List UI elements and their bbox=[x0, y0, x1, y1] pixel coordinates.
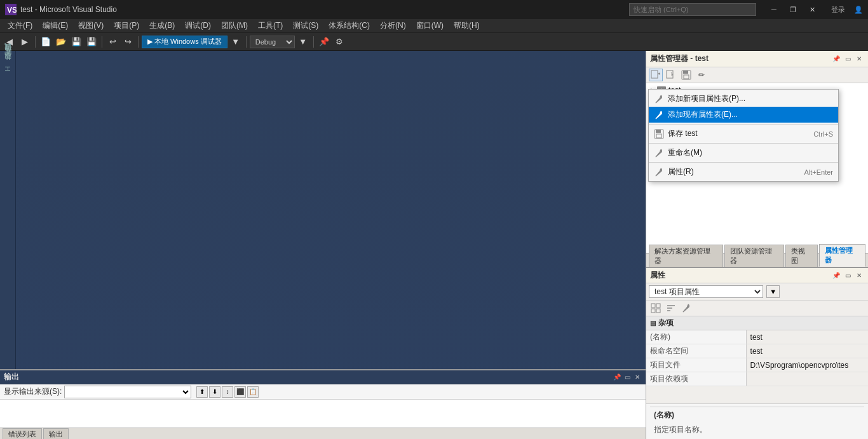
svg-rect-14 bbox=[651, 304, 655, 307]
output-float[interactable]: ▭ bbox=[623, 373, 632, 382]
login-label[interactable]: 登录 bbox=[831, 5, 845, 15]
output-btn-3[interactable]: ↕ bbox=[222, 386, 233, 398]
debug-select-arrow[interactable]: ▼ bbox=[296, 35, 310, 49]
toolbar-redo[interactable]: ↪ bbox=[121, 35, 135, 49]
sidebar-label-1[interactable]: 调试位置 bbox=[2, 53, 14, 58]
output-btn-4[interactable]: ⬛ bbox=[234, 386, 246, 398]
restore-button[interactable]: ❐ bbox=[784, 3, 802, 16]
tab-property-manager[interactable]: 属性管理器 bbox=[819, 244, 865, 267]
props-pin-button[interactable]: 📌 bbox=[831, 271, 841, 281]
props-wrench-button[interactable] bbox=[679, 302, 693, 314]
output-btn-1[interactable]: ⬆ bbox=[196, 386, 208, 398]
tab-output[interactable]: 输出 bbox=[43, 428, 69, 440]
props-sort-button[interactable] bbox=[664, 302, 678, 314]
pm-rename-button[interactable]: ✏ bbox=[695, 69, 709, 81]
pm-pin-button[interactable]: 📌 bbox=[831, 54, 841, 64]
props-key-deps: 项目依赖项 bbox=[646, 372, 746, 386]
props-combo-select[interactable]: test 项目属性 bbox=[649, 285, 763, 298]
props-selected-desc: 指定项目名称。 bbox=[650, 423, 864, 436]
menu-build[interactable]: 生成(B) bbox=[144, 19, 180, 33]
toolbar-undo[interactable]: ↩ bbox=[105, 35, 119, 49]
quick-launch-input[interactable] bbox=[629, 3, 756, 16]
output-header: 输出 📌 ▭ ✕ bbox=[0, 370, 646, 384]
toolbar-new[interactable]: 📄 bbox=[39, 35, 53, 49]
debug-target-dropdown[interactable]: ▼ bbox=[229, 35, 243, 49]
tab-error-list[interactable]: 错误列表 bbox=[3, 428, 42, 440]
props-row-deps: 项目依赖项 bbox=[646, 372, 868, 386]
menu-file[interactable]: 文件(F) bbox=[3, 19, 37, 33]
run-icon: ▶ bbox=[147, 37, 153, 46]
props-maximize-button[interactable]: ▭ bbox=[843, 271, 853, 281]
menu-edit[interactable]: 编辑(E) bbox=[37, 19, 73, 33]
props-combo-dropdown[interactable]: ▼ bbox=[766, 285, 780, 298]
props-category-expand[interactable]: ▤ bbox=[650, 320, 656, 327]
sidebar-label-3[interactable]: H加载 bbox=[2, 64, 14, 74]
props-combo-row: test 项目属性 ▼ bbox=[646, 283, 868, 301]
props-row-name: (名称) test bbox=[646, 330, 868, 344]
output-btn-2[interactable]: ⬇ bbox=[209, 386, 220, 398]
ctx-shortcut-save: Ctrl+S bbox=[813, 130, 833, 138]
toolbar-forward[interactable]: ▶ bbox=[18, 35, 32, 49]
tab-solution-explorer[interactable]: 解决方案资源管理器 bbox=[649, 245, 723, 267]
sidebar-label-2[interactable]: 断点 bbox=[2, 58, 14, 64]
ctx-save[interactable]: 保存 test Ctrl+S bbox=[649, 126, 838, 142]
toolbar-sep-5 bbox=[313, 36, 314, 48]
menu-team[interactable]: 团队(M) bbox=[216, 19, 253, 33]
toolbar-sep-4 bbox=[246, 36, 247, 48]
toolbar-save[interactable]: 💾 bbox=[69, 35, 83, 49]
output-close[interactable]: ✕ bbox=[633, 373, 642, 382]
output-toolbar-buttons: ⬆ ⬇ ↕ ⬛ 📋 bbox=[196, 386, 259, 398]
pm-maximize-button[interactable]: ▭ bbox=[843, 54, 853, 64]
props-grid-view[interactable] bbox=[649, 302, 663, 314]
pm-add-new-sheet-button[interactable] bbox=[649, 69, 663, 81]
svg-rect-5 bbox=[667, 71, 673, 78]
menu-debug[interactable]: 调试(D) bbox=[180, 19, 216, 33]
debug-mode-select[interactable]: Debug Release bbox=[250, 36, 295, 48]
menu-help[interactable]: 帮助(H) bbox=[449, 19, 485, 33]
menu-window[interactable]: 窗口(W) bbox=[411, 19, 449, 33]
close-button[interactable]: ✕ bbox=[803, 3, 821, 16]
tab-class-view[interactable]: 类视图 bbox=[785, 245, 818, 267]
pm-toolbar: ✏ bbox=[646, 67, 868, 83]
ctx-add-new-sheet[interactable]: 添加新项目属性表(P)... bbox=[649, 91, 838, 107]
props-key-file: 项目文件 bbox=[646, 358, 746, 372]
menu-arch[interactable]: 体系结构(C) bbox=[323, 19, 375, 33]
vs-logo: VS bbox=[5, 4, 17, 15]
output-btn-5[interactable]: 📋 bbox=[247, 386, 259, 398]
pm-header-controls: 📌 ▭ ✕ bbox=[831, 54, 864, 64]
svg-rect-22 bbox=[656, 130, 661, 133]
ctx-properties[interactable]: 属性(R) Alt+Enter bbox=[649, 164, 838, 180]
pm-save-button[interactable] bbox=[679, 69, 693, 81]
props-close-button[interactable]: ✕ bbox=[854, 271, 864, 281]
props-value-name: test bbox=[746, 330, 868, 344]
props-value-deps bbox=[746, 372, 868, 386]
props-key-name: (名称) bbox=[646, 330, 746, 344]
ctx-label-rename: 重命名(M) bbox=[668, 147, 833, 158]
tab-team-explorer[interactable]: 团队资源管理器 bbox=[724, 245, 785, 267]
props-header-controls: 📌 ▭ ✕ bbox=[831, 271, 864, 281]
props-row-file: 项目文件 D:\VSprogram\opencvpro\tes bbox=[646, 358, 868, 372]
props-value-file: D:\VSprogram\opencvpro\tes bbox=[746, 358, 868, 372]
toolbar-open[interactable]: 📂 bbox=[54, 35, 68, 49]
output-pin[interactable]: 📌 bbox=[613, 373, 621, 382]
menu-analyze[interactable]: 分析(N) bbox=[375, 19, 411, 33]
window-controls: ─ ❐ ✕ bbox=[765, 3, 821, 16]
output-source-select[interactable] bbox=[64, 386, 191, 398]
toolbar-pin[interactable]: 📌 bbox=[317, 35, 331, 49]
menu-view[interactable]: 视图(V) bbox=[73, 19, 109, 33]
title-bar: VS test - Microsoft Visual Studio ─ ❐ ✕ … bbox=[0, 0, 868, 19]
pm-close-button[interactable]: ✕ bbox=[854, 54, 864, 64]
minimize-button[interactable]: ─ bbox=[765, 3, 783, 16]
toolbar: ◀ ▶ 📄 📂 💾 💾 ↩ ↪ ▶ 本地 Windows 调试器 ▼ Debug… bbox=[0, 33, 868, 51]
run-button[interactable]: ▶ 本地 Windows 调试器 bbox=[142, 36, 227, 48]
menu-project[interactable]: 项目(P) bbox=[109, 19, 144, 33]
toolbar-extra[interactable]: ⚙ bbox=[332, 35, 346, 49]
menu-tools[interactable]: 工具(T) bbox=[253, 19, 288, 33]
toolbar-save-all[interactable]: 💾 bbox=[85, 35, 98, 49]
menu-bar: 文件(F) 编辑(E) 视图(V) 项目(P) 生成(B) 调试(D) 团队(M… bbox=[0, 19, 868, 33]
ctx-rename[interactable]: 重命名(M) bbox=[649, 145, 838, 161]
menu-test[interactable]: 测试(S) bbox=[288, 19, 323, 33]
pm-add-existing-sheet-button[interactable] bbox=[664, 69, 678, 81]
ctx-add-existing-sheet[interactable]: 添加现有属性表(E)... bbox=[649, 107, 838, 123]
toolbar-back[interactable]: ◀ bbox=[3, 35, 17, 49]
